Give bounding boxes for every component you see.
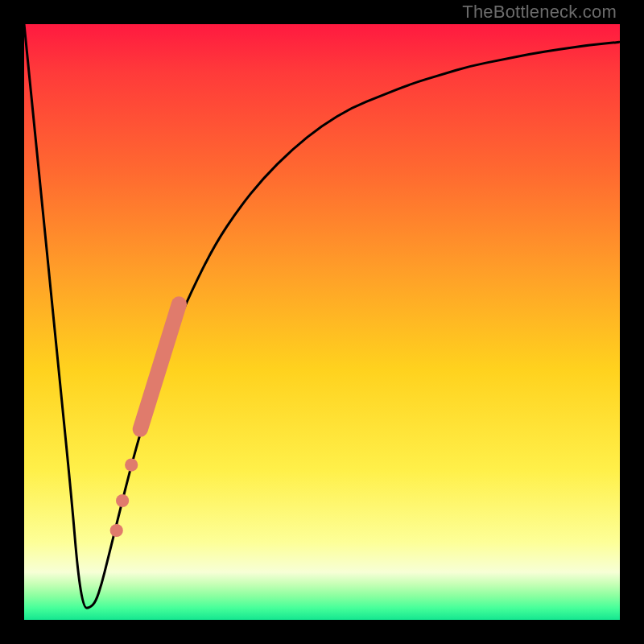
marker-bar [140,304,179,429]
watermark-label: TheBottleneck.com [462,2,617,23]
plot-area [24,24,620,620]
bottleneck-curve-path [24,24,620,608]
marker-dot [116,494,129,507]
bottleneck-curve-svg [24,24,620,620]
marker-dot [110,524,123,537]
marker-group [110,304,180,537]
chart-frame: TheBottleneck.com [0,0,644,644]
marker-dot [125,459,138,472]
